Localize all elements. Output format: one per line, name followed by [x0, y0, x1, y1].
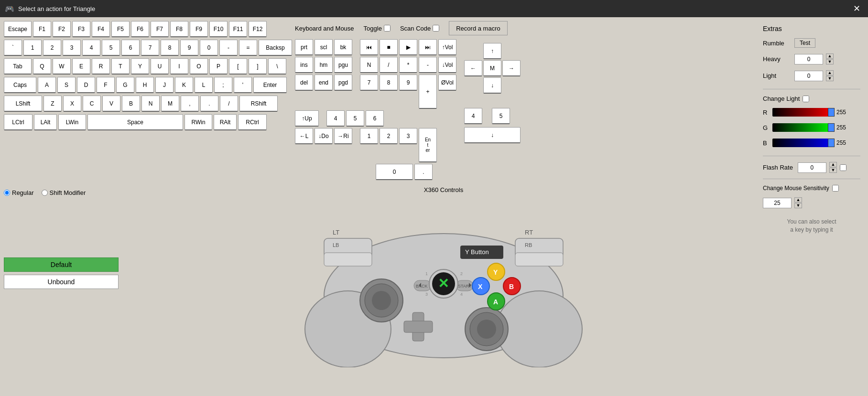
key-q[interactable]: Q	[33, 58, 51, 75]
key-f[interactable]: F	[97, 77, 115, 93]
key-vold[interactable]: ↓Vol	[438, 57, 456, 73]
key-u[interactable]: U	[151, 58, 169, 75]
key-nenter[interactable]: Enter	[419, 128, 437, 162]
key-i[interactable]: I	[170, 58, 188, 75]
key-k[interactable]: K	[175, 77, 193, 93]
key-f11[interactable]: F11	[229, 21, 247, 37]
key-nplus[interactable]: +	[419, 75, 437, 109]
key-n7[interactable]: 7	[360, 75, 378, 91]
key-j[interactable]: J	[155, 77, 174, 93]
key-N[interactable]: N	[360, 57, 378, 73]
default-button[interactable]: Default	[4, 257, 119, 272]
key-next[interactable]: ⏭	[419, 39, 437, 55]
close-button[interactable]: ✕	[850, 3, 863, 14]
key-backspace[interactable]: Backsp	[259, 40, 292, 56]
key-escape[interactable]: Escape	[4, 21, 32, 37]
key-e[interactable]: E	[72, 58, 90, 75]
key-7[interactable]: 7	[141, 40, 159, 56]
mouse-sens-input[interactable]	[763, 198, 792, 208]
key-minus[interactable]: -	[219, 40, 238, 56]
key-rshift[interactable]: RShift	[239, 96, 278, 112]
key-n5[interactable]: 5	[346, 110, 364, 127]
key-end[interactable]: end	[315, 75, 333, 91]
test-button[interactable]: Test	[794, 38, 815, 48]
key-n0[interactable]: 0	[376, 164, 413, 180]
key-f3[interactable]: F3	[72, 21, 90, 37]
key-f7[interactable]: F7	[151, 21, 169, 37]
key-9[interactable]: 9	[180, 40, 198, 56]
scancode-checkbox[interactable]	[433, 25, 439, 32]
key-rwin[interactable]: RWin	[184, 114, 212, 130]
key-scl[interactable]: scl	[315, 39, 333, 55]
mouse-sens-checkbox[interactable]	[832, 185, 839, 192]
radio-shift[interactable]	[42, 190, 48, 196]
key-f2[interactable]: F2	[53, 21, 71, 37]
key-arrow-up[interactable]: ↑Up	[295, 110, 319, 127]
light-spin-down[interactable]: ▼	[826, 76, 834, 81]
key-g[interactable]: G	[116, 77, 134, 93]
key-f6[interactable]: F6	[131, 21, 149, 37]
key-h[interactable]: H	[136, 77, 154, 93]
key-lwin[interactable]: LWin	[58, 114, 86, 130]
key-prt[interactable]: prt	[295, 39, 313, 55]
radio-regular-label[interactable]: Regular	[4, 189, 34, 196]
key-f12[interactable]: F12	[249, 21, 267, 37]
light-input[interactable]	[794, 71, 823, 81]
b-slider[interactable]	[772, 139, 835, 147]
key-divslash[interactable]: /	[380, 57, 398, 73]
key-f4[interactable]: F4	[92, 21, 110, 37]
key-lshift[interactable]: LShift	[4, 96, 42, 112]
key-volu[interactable]: ↑Vol	[438, 39, 456, 55]
key-caps[interactable]: Caps	[4, 77, 36, 93]
key-y[interactable]: Y	[131, 58, 149, 75]
flash-rate-input[interactable]	[798, 162, 826, 173]
key-w[interactable]: W	[53, 58, 71, 75]
toggle-checkbox[interactable]	[384, 25, 391, 32]
key-semicolon[interactable]: ;	[214, 77, 232, 93]
flash-checkbox[interactable]	[840, 164, 846, 171]
key-enter[interactable]: Enter	[253, 77, 287, 93]
g-slider[interactable]	[772, 123, 835, 132]
key-n8[interactable]: 8	[380, 75, 398, 91]
key-m[interactable]: M	[161, 96, 179, 112]
flash-spin-up[interactable]: ▲	[829, 162, 837, 167]
key-tab[interactable]: Tab	[4, 58, 32, 75]
r-slider[interactable]	[772, 108, 835, 117]
key-bk[interactable]: bk	[334, 39, 352, 55]
key-p[interactable]: P	[209, 58, 228, 75]
radio-shift-label[interactable]: Shift Modifier	[42, 189, 86, 196]
key-3[interactable]: 3	[63, 40, 81, 56]
key-l[interactable]: L	[195, 77, 213, 93]
key-b[interactable]: B	[122, 96, 140, 112]
key-c[interactable]: C	[83, 96, 101, 112]
key-d[interactable]: D	[77, 77, 95, 93]
key-pgd[interactable]: pgd	[334, 75, 352, 91]
key-a[interactable]: A	[38, 77, 56, 93]
key-n4[interactable]: 4	[326, 110, 345, 127]
key-lalt[interactable]: LAlt	[34, 114, 57, 130]
key-period[interactable]: .	[200, 96, 218, 112]
key-quote[interactable]: '	[234, 77, 252, 93]
key-8[interactable]: 8	[161, 40, 179, 56]
key-n[interactable]: N	[141, 96, 160, 112]
key-del[interactable]: del	[295, 75, 313, 91]
key-arrow-right[interactable]: →Ri	[334, 128, 352, 144]
key-volvol[interactable]: ØVol	[438, 75, 456, 91]
key-n9[interactable]: 9	[399, 75, 417, 91]
key-ndot[interactable]: .	[414, 164, 433, 180]
key-equals[interactable]: =	[239, 40, 257, 56]
key-prev[interactable]: ⏮	[360, 39, 378, 55]
key-space[interactable]: Space	[87, 114, 183, 130]
key-stop[interactable]: ■	[380, 39, 398, 55]
key-backslash[interactable]: \	[268, 58, 286, 75]
light-spin-up[interactable]: ▲	[826, 70, 834, 75]
key-t[interactable]: T	[111, 58, 130, 75]
dpad-down[interactable]: ↓	[483, 77, 501, 94]
key-n3[interactable]: 3	[399, 128, 417, 144]
key-f8[interactable]: F8	[170, 21, 188, 37]
key-n1[interactable]: 1	[360, 128, 378, 144]
dpad-n4[interactable]: 4	[464, 108, 482, 124]
key-v[interactable]: V	[102, 96, 120, 112]
key-arrow-down[interactable]: ↓Do	[315, 128, 333, 144]
key-ins[interactable]: ins	[295, 57, 313, 73]
